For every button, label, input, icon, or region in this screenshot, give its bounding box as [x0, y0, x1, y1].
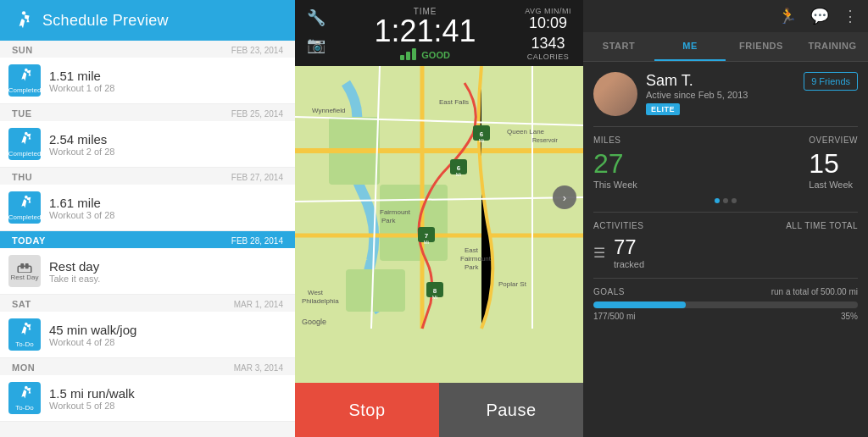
svg-text:Poplar St: Poplar St — [498, 280, 527, 288]
svg-text:East Falls: East Falls — [439, 98, 469, 106]
goals-description: run a total of 500.00 mi — [771, 287, 858, 296]
runner-icon: 🏃 — [778, 7, 797, 25]
calories-value: 1343 — [525, 36, 571, 53]
chat-icon[interactable]: 💬 — [810, 7, 829, 25]
tracker-map: 6 Mi 6 Mi 7 Mi 8 Mi Wynnefield East Fall… — [295, 66, 583, 383]
workout-title: Rest day — [49, 259, 283, 274]
tracker-buttons: Stop Pause — [295, 383, 583, 437]
dot-1 — [715, 198, 720, 203]
workout-title: 45 min walk/jog — [49, 323, 283, 337]
svg-text:Mi: Mi — [479, 138, 484, 143]
workout-icon-label: Completed — [8, 213, 42, 221]
user-section: Sam T. Active since Feb 5, 2013 ELITE 9 … — [593, 72, 858, 116]
elite-badge: ELITE — [646, 103, 680, 115]
svg-rect-6 — [25, 263, 29, 268]
workout-details: 1.5 mi run/walkWorkout 5 of 28 — [49, 386, 283, 411]
tab-friends[interactable]: FRIENDS — [726, 32, 797, 61]
user-name: Sam T. — [646, 72, 795, 90]
pause-button[interactable]: Pause — [439, 383, 583, 437]
svg-text:7: 7 — [425, 232, 429, 240]
svg-rect-12 — [346, 269, 405, 312]
svg-text:Wynnefield: Wynnefield — [312, 107, 346, 114]
workout-item[interactable]: To-Do45 min walk/jogWorkout 4 of 28 — [0, 312, 295, 358]
workout-title: 1.5 mi run/walk — [49, 386, 283, 401]
time-value: 1:21:41 — [326, 16, 525, 47]
day-label: SAT — [12, 299, 31, 309]
svg-text:Queen Lane: Queen Lane — [507, 128, 545, 136]
svg-text:Google: Google — [302, 318, 326, 326]
tracker-left-icons: 🔧 📷 — [307, 7, 326, 54]
workout-item[interactable]: Completed1.61 mileWorkout 3 of 28 — [0, 185, 295, 231]
tracker-time-section: TIME 1:21:41 GOOD — [326, 7, 525, 60]
more-icon[interactable]: ⋮ — [843, 7, 858, 25]
day-header-sat: SATMAR 1, 2014 — [0, 295, 295, 312]
workout-icon: Completed — [8, 191, 41, 224]
svg-text:West: West — [308, 289, 324, 296]
stop-button[interactable]: Stop — [295, 383, 439, 437]
workout-icon: To-Do — [8, 318, 41, 351]
goals-progress-text: 177/500 mi — [593, 312, 635, 321]
workout-item[interactable]: Completed1.51 mileWorkout 1 of 28 — [0, 58, 295, 104]
day-label: SUN — [12, 45, 33, 55]
map-background: 6 Mi 6 Mi 7 Mi 8 Mi Wynnefield East Fall… — [295, 66, 583, 383]
schedule-header: Schedule Preview — [0, 0, 295, 41]
svg-text:Mi: Mi — [432, 295, 437, 300]
workout-item[interactable]: Completed2.54 milesWorkout 2 of 28 — [0, 121, 295, 168]
calories-label: CALORIES — [525, 53, 571, 61]
svg-text:Mi: Mi — [456, 172, 461, 177]
day-date: MAR 1, 2014 — [234, 300, 283, 309]
workout-details: 1.51 mileWorkout 1 of 28 — [49, 69, 283, 93]
miles-label: MILES — [593, 136, 637, 145]
last-week-group: OVERVIEW 15 Last Week — [809, 136, 858, 190]
this-week-label: This Week — [593, 180, 637, 190]
activities-sub-label: tracked — [614, 259, 644, 269]
dot-3 — [732, 198, 737, 203]
workout-subtitle: Workout 3 of 28 — [49, 210, 283, 220]
day-date: FEB 27, 2014 — [231, 173, 283, 182]
this-week-value: 27 — [593, 148, 637, 180]
signal-bar-3 — [412, 48, 416, 60]
day-header-sun: SUNFEB 23, 2014 — [0, 41, 295, 58]
svg-rect-4 — [18, 266, 31, 273]
dot-2 — [723, 198, 728, 203]
map-svg: 6 Mi 6 Mi 7 Mi 8 Mi Wynnefield East Fall… — [295, 66, 583, 383]
tracker-panel: 🔧 📷 TIME 1:21:41 GOOD AVG MIN/MI 10:09 1… — [295, 0, 583, 437]
svg-text:6: 6 — [480, 130, 484, 138]
workout-details: 1.61 mileWorkout 3 of 28 — [49, 196, 283, 220]
user-since: Active since Feb 5, 2013 — [646, 90, 795, 100]
activities-header: ACTIVITIES All Time Total — [593, 221, 858, 230]
user-info: Sam T. Active since Feb 5, 2013 ELITE — [646, 72, 795, 115]
svg-text:East: East — [465, 246, 479, 254]
wrench-icon[interactable]: 🔧 — [307, 8, 326, 27]
activities-title: ACTIVITIES — [593, 221, 643, 230]
signal-indicator: GOOD — [400, 48, 450, 60]
day-label: TUE — [12, 108, 32, 119]
tab-start[interactable]: START — [583, 32, 654, 61]
workout-icon: Completed — [8, 64, 41, 97]
tab-me[interactable]: ME — [654, 32, 726, 61]
workout-icon-label: To-Do — [15, 340, 33, 348]
workout-subtitle: Workout 5 of 28 — [49, 401, 283, 411]
workout-item[interactable]: To-Do1.5 mi run/walkWorkout 5 of 28 — [0, 375, 295, 422]
day-header-thu: THUFEB 27, 2014 — [0, 168, 295, 185]
workout-icon-label: Completed — [8, 86, 42, 94]
friends-button[interactable]: 9 Friends — [804, 72, 858, 91]
activities-count: 77 — [614, 235, 644, 259]
schedule-panel: Schedule Preview SUNFEB 23, 2014Complete… — [0, 0, 295, 437]
day-date: MAR 3, 2014 — [234, 363, 283, 373]
day-label: THU — [12, 172, 32, 182]
workout-item[interactable]: Rest DayRest dayTake it easy. — [0, 248, 295, 295]
workout-icon-label: Completed — [8, 150, 42, 158]
tracker-right-stats: AVG MIN/MI 10:09 1343 CALORIES — [525, 7, 571, 61]
svg-text:8: 8 — [433, 287, 437, 295]
pagination-dots — [593, 198, 858, 203]
profile-panel: 🏃 💬 ⋮ STARTMEFRIENDSTRAINING Sam T. Acti… — [583, 0, 868, 437]
tab-training[interactable]: TRAINING — [797, 32, 868, 61]
profile-body: Sam T. Active since Feb 5, 2013 ELITE 9 … — [583, 62, 868, 437]
svg-text:6: 6 — [457, 164, 461, 172]
workout-title: 1.51 mile — [49, 69, 283, 83]
workout-details: 45 min walk/jogWorkout 4 of 28 — [49, 323, 283, 347]
run-icon — [12, 9, 34, 31]
camera-icon[interactable]: 📷 — [307, 36, 326, 54]
workout-title: 1.61 mile — [49, 196, 283, 210]
